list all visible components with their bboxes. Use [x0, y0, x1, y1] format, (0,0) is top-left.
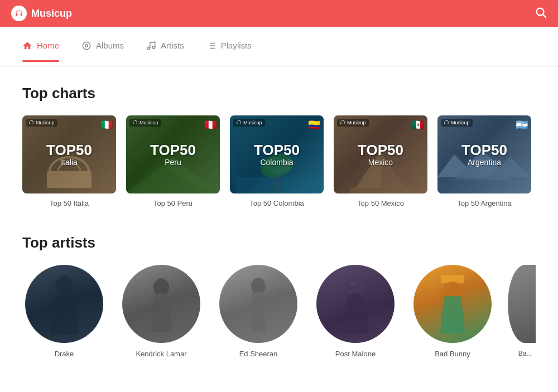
chart-country-argentina: Argentina — [468, 158, 501, 167]
svg-point-4 — [147, 47, 150, 50]
list-icon — [206, 41, 217, 51]
top-artists-section: Top artists Drake — [22, 234, 536, 358]
nav-albums-label: Albums — [96, 41, 124, 50]
artist-avatar-ed — [219, 265, 297, 343]
nav-home-label: Home — [37, 41, 59, 50]
artist-avatar-bg-kendrick — [122, 265, 200, 343]
headphones-icon — [15, 9, 23, 18]
logo-icon — [11, 6, 27, 21]
top-charts-section: Top charts Musicup — [22, 85, 536, 207]
nav-playlists[interactable]: Playlists — [206, 41, 252, 53]
artist-avatar-bg-post — [316, 265, 395, 343]
artist-avatar-bg-ed — [219, 265, 297, 343]
artist-avatar-kendrick — [122, 265, 200, 343]
chart-thumb-argentina: Musicup 🇦🇷 TOP50 Argentina — [437, 115, 531, 193]
artist-avatar-partial — [508, 265, 536, 343]
artist-card-kendrick[interactable]: Kendrick Lamar — [119, 265, 203, 358]
artist-card-post[interactable]: Post Malone — [314, 265, 397, 358]
chart-label-italia: Top 50 Italia — [22, 199, 116, 207]
badbunny-silhouette — [432, 275, 473, 333]
chart-bg-peru: Musicup 🇵🇪 TOP50 Peru — [126, 115, 220, 193]
home-icon — [22, 41, 32, 51]
chart-bg-italia: Musicup 🇮🇹 TOP50 Italia — [22, 115, 116, 193]
app-header: Musicup — [0, 0, 558, 27]
svg-line-1 — [543, 14, 546, 17]
chart-thumb-peru: Musicup 🇵🇪 TOP50 Peru — [126, 115, 220, 193]
chart-card-peru[interactable]: Musicup 🇵🇪 TOP50 Peru Top 50 Peru — [126, 115, 220, 207]
music-note-icon — [146, 41, 156, 51]
main-nav: Home Albums Artists Playlists — [0, 27, 558, 67]
svg-rect-35 — [444, 296, 461, 304]
nav-albums[interactable]: Albums — [81, 41, 124, 53]
chart-bg-mexico: Musicup 🇲🇽 TOP50 Mexico — [334, 115, 427, 193]
artist-card-drake[interactable]: Drake — [22, 265, 106, 358]
chart-label-mexico: Top 50 Mexico — [334, 199, 427, 207]
chart-text-italia: TOP50 Italia — [22, 115, 116, 193]
chart-top50-argentina: TOP50 — [461, 142, 507, 158]
artists-row: Drake Kendrick Lamar — [22, 265, 536, 358]
artist-avatar-badbunny — [413, 265, 492, 343]
logo-text: Musicup — [31, 8, 72, 20]
artist-name-kendrick: Kendrick Lamar — [136, 350, 186, 358]
svg-point-2 — [83, 42, 90, 50]
chart-top50-mexico: TOP50 — [358, 142, 403, 158]
svg-point-5 — [152, 46, 155, 49]
chart-thumb-mexico: Musicup 🇲🇽 TOP50 Mexico — [334, 115, 427, 193]
chart-card-argentina[interactable]: Musicup 🇦🇷 TOP50 Argentina Top 50 Argent… — [437, 115, 531, 207]
artist-avatar-bg-drake — [25, 265, 103, 343]
chart-label-argentina: Top 50 Argentina — [437, 199, 531, 207]
chart-bg-colombia: Musicup 🇨🇴 TOP50 Colombia — [230, 115, 324, 193]
svg-point-3 — [85, 44, 88, 47]
kendrick-silhouette — [142, 276, 181, 332]
chart-top50-peru: TOP50 — [150, 142, 196, 158]
nav-playlists-label: Playlists — [221, 41, 252, 50]
chart-label-colombia: Top 50 Colombia — [230, 199, 324, 207]
logo[interactable]: Musicup — [11, 6, 72, 21]
search-icon — [535, 6, 547, 18]
chart-label-peru: Top 50 Peru — [126, 199, 220, 207]
chart-bg-argentina: Musicup 🇦🇷 TOP50 Argentina — [437, 115, 531, 193]
top-charts-title: Top charts — [22, 85, 536, 102]
ed-silhouette — [240, 276, 277, 332]
chart-country-italia: Italia — [61, 158, 78, 167]
artist-card-partial[interactable]: Ba... — [508, 265, 536, 358]
artist-card-ed[interactable]: Ed Sheeran — [217, 265, 300, 358]
nav-artists[interactable]: Artists — [146, 41, 184, 53]
artist-name-partial: Ba... — [518, 350, 532, 357]
chart-thumb-colombia: Musicup 🇨🇴 TOP50 Colombia — [230, 115, 324, 193]
chart-country-mexico: Mexico — [368, 158, 393, 167]
artist-avatar-post — [316, 265, 395, 343]
nav-home[interactable]: Home — [22, 41, 59, 53]
chart-card-italia[interactable]: Musicup 🇮🇹 TOP50 Italia Top 50 Italia — [22, 115, 116, 207]
top-artists-title: Top artists — [22, 234, 536, 251]
disc-icon — [81, 41, 92, 51]
artist-avatar-drake — [25, 265, 103, 343]
chart-top50: TOP50 — [46, 142, 92, 158]
artist-name-post: Post Malone — [335, 350, 376, 358]
artist-name-ed: Ed Sheeran — [239, 350, 278, 358]
chart-card-mexico[interactable]: Musicup 🇲🇽 TOP50 Mexico Top 50 Mexico — [334, 115, 427, 207]
post-silhouette — [335, 275, 377, 333]
chart-text-argentina: TOP50 Argentina — [437, 115, 531, 193]
search-button[interactable] — [535, 6, 547, 21]
drake-silhouette — [45, 273, 84, 335]
artist-avatar-bg-partial — [508, 265, 536, 343]
artist-name-drake: Drake — [55, 350, 74, 358]
artist-name-badbunny: Bad Bunny — [435, 350, 470, 358]
chart-text-mexico: TOP50 Mexico — [334, 115, 427, 193]
chart-thumb-italia: Musicup 🇮🇹 TOP50 Italia — [22, 115, 116, 193]
artist-card-badbunny[interactable]: Bad Bunny — [411, 265, 494, 358]
chart-country-peru: Peru — [165, 158, 181, 167]
chart-top50-colombia: TOP50 — [254, 142, 300, 158]
charts-row: Musicup 🇮🇹 TOP50 Italia Top 50 Italia — [22, 115, 536, 207]
main-content: Top charts Musicup — [0, 67, 558, 376]
chart-card-colombia[interactable]: Musicup 🇨🇴 TOP50 Colombia Top 50 Colombi… — [230, 115, 324, 207]
chart-text-colombia: TOP50 Colombia — [230, 115, 324, 193]
nav-artists-label: Artists — [161, 41, 184, 50]
artist-avatar-bg-badbunny — [413, 265, 492, 343]
chart-text-peru: TOP50 Peru — [126, 115, 220, 193]
chart-country-colombia: Colombia — [260, 158, 293, 167]
